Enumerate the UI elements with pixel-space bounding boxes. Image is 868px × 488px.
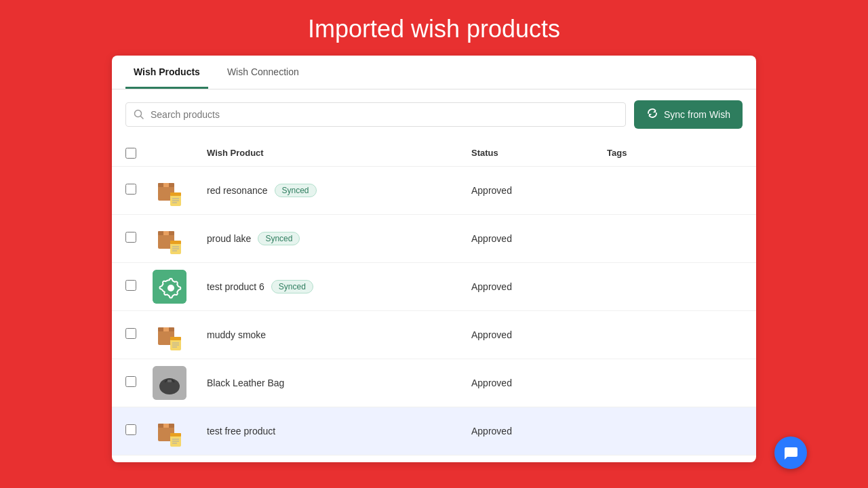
table-row: proud lake Synced Approved bbox=[112, 215, 756, 263]
search-input[interactable] bbox=[125, 102, 626, 127]
row-checkbox[interactable] bbox=[125, 328, 136, 339]
status-cell: Approved bbox=[471, 233, 607, 244]
product-info: test free product bbox=[207, 426, 471, 436]
status-cell: Approved bbox=[471, 281, 607, 292]
svg-rect-24 bbox=[170, 337, 181, 340]
status-cell: Approved bbox=[471, 426, 607, 436]
product-image bbox=[153, 222, 186, 256]
row-checkbox-wrap bbox=[125, 376, 153, 390]
tab-wish-products[interactable]: Wish Products bbox=[125, 56, 208, 89]
svg-rect-4 bbox=[163, 183, 169, 187]
search-wrapper bbox=[125, 102, 626, 127]
svg-rect-6 bbox=[170, 192, 181, 196]
status-cell: Approved bbox=[471, 329, 607, 340]
row-checkbox-wrap bbox=[125, 184, 153, 197]
header-checkbox-wrap bbox=[125, 145, 153, 161]
table-row: muddy smoke Approved bbox=[112, 311, 756, 359]
tab-wish-connection[interactable]: Wish Connection bbox=[219, 56, 307, 89]
product-image bbox=[153, 366, 186, 400]
svg-rect-35 bbox=[170, 433, 181, 436]
page-title: Imported wish products bbox=[0, 0, 868, 56]
toolbar: Sync from Wish bbox=[112, 89, 756, 140]
search-icon bbox=[134, 109, 144, 120]
table-row: Black Leather Bag Approved bbox=[112, 359, 756, 407]
row-checkbox-wrap bbox=[125, 328, 153, 342]
product-image bbox=[153, 270, 186, 304]
col-header-status: Status bbox=[471, 145, 607, 161]
product-image bbox=[153, 414, 186, 448]
sync-from-wish-button[interactable]: Sync from Wish bbox=[634, 100, 743, 129]
product-info: Black Leather Bag bbox=[207, 378, 471, 388]
table-row: test free product Approved bbox=[112, 407, 756, 455]
synced-badge: Synced bbox=[258, 232, 300, 245]
svg-line-1 bbox=[141, 117, 144, 119]
product-image bbox=[153, 174, 186, 207]
product-info: test product 6 Synced bbox=[207, 280, 471, 293]
product-name: Black Leather Bag bbox=[207, 378, 284, 388]
row-checkbox[interactable] bbox=[125, 232, 136, 243]
table-row: red resonance Synced Approved bbox=[112, 167, 756, 215]
product-name: red resonance bbox=[207, 185, 268, 196]
table-row: test product 6 Synced Approved bbox=[112, 263, 756, 311]
product-name: test product 6 bbox=[207, 281, 264, 292]
col-header-tags: Tags bbox=[607, 145, 743, 161]
svg-rect-30 bbox=[167, 380, 172, 382]
svg-rect-14 bbox=[170, 241, 181, 244]
product-name: muddy smoke bbox=[207, 329, 266, 340]
status-cell: Approved bbox=[471, 378, 607, 388]
table-header: Wish Product Status Tags bbox=[112, 140, 756, 167]
sync-icon bbox=[646, 107, 658, 122]
row-checkbox[interactable] bbox=[125, 184, 136, 195]
svg-point-19 bbox=[167, 285, 174, 291]
select-all-checkbox[interactable] bbox=[125, 148, 136, 159]
main-container: Wish Products Wish Connection bbox=[112, 56, 756, 462]
product-info: proud lake Synced bbox=[207, 232, 471, 245]
product-image bbox=[153, 318, 186, 352]
chat-button[interactable] bbox=[774, 436, 807, 469]
row-checkbox[interactable] bbox=[125, 376, 136, 387]
svg-rect-12 bbox=[163, 231, 169, 235]
svg-rect-33 bbox=[163, 424, 169, 428]
row-checkbox[interactable] bbox=[125, 424, 136, 435]
tabs-bar: Wish Products Wish Connection bbox=[112, 56, 756, 89]
status-cell: Approved bbox=[471, 185, 607, 196]
synced-badge: Synced bbox=[275, 184, 317, 197]
row-checkbox-wrap bbox=[125, 232, 153, 245]
row-checkbox[interactable] bbox=[125, 280, 136, 291]
product-info: muddy smoke bbox=[207, 329, 471, 340]
product-name: test free product bbox=[207, 426, 275, 436]
product-info: red resonance Synced bbox=[207, 184, 471, 197]
synced-badge: Synced bbox=[271, 280, 313, 293]
col-header-image bbox=[153, 145, 207, 161]
row-checkbox-wrap bbox=[125, 280, 153, 293]
table-body: red resonance Synced Approved bbox=[112, 167, 756, 462]
row-checkbox-wrap bbox=[125, 424, 153, 438]
svg-rect-22 bbox=[163, 327, 169, 331]
col-header-product: Wish Product bbox=[207, 145, 471, 161]
sync-button-label: Sync from Wish bbox=[664, 109, 730, 120]
product-name: proud lake bbox=[207, 233, 251, 244]
